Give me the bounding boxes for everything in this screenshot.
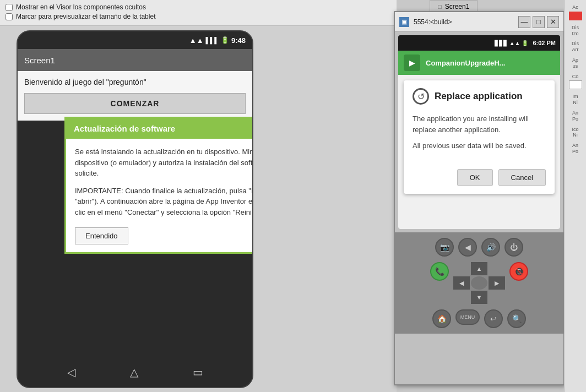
comenzar-button[interactable]: COMENZAR [24, 93, 246, 114]
checkbox-tablet-preview[interactable] [6, 13, 13, 20]
phone-screen-title: Screen1 [24, 56, 55, 65]
modal-body-text-2: IMPORTANTE: Cuando finalice la actualiza… [75, 186, 253, 218]
software-modal: Actualización de software Se está instal… [64, 117, 253, 254]
dpad-down[interactable]: ▼ [471, 291, 487, 304]
back-nav-button[interactable]: ◁ [67, 366, 75, 379]
dpad-right[interactable]: ▶ [489, 276, 505, 290]
call-button[interactable]: 📞 [430, 262, 449, 281]
replace-icon-glyph: ↺ [417, 91, 425, 102]
emu-app-icon: ▶ [404, 55, 420, 71]
prop-im-ni: ImNi [567, 94, 584, 106]
prop-accent-color: Ac [567, 4, 584, 20]
accent-color-swatch[interactable] [569, 12, 582, 20]
emulator-icon-glyph: ▣ [401, 18, 407, 25]
screen-tab-label: Screen1 [445, 3, 470, 10]
prop-ap-us: Apus [567, 57, 584, 69]
checkbox-label-2: Marcar para previsualizar el tamaño de l… [16, 13, 155, 20]
power-button[interactable]: ⏻ [504, 238, 523, 257]
emulator-app-icon: ▣ [399, 17, 409, 27]
checkbox-hidden-components[interactable] [6, 4, 13, 11]
replace-title: Replace application [435, 91, 523, 102]
prop-dis-arr: DisArr [567, 41, 584, 53]
co-color-swatch[interactable] [569, 80, 582, 89]
dpad-up[interactable]: ▲ [471, 262, 487, 275]
emu-app-icon-glyph: ▶ [409, 58, 415, 67]
window-controls: — □ ✕ [518, 16, 559, 28]
close-button[interactable]: ✕ [547, 16, 559, 28]
prop-label-dis-arr: DisArr [567, 41, 584, 53]
replace-dialog-header: ↺ Replace application [404, 80, 555, 110]
emu-app-title: CompanionUpgradeH... [426, 59, 505, 67]
prop-an-po-2: AnPo [567, 143, 584, 155]
modal-body: Se está instalando la actualización en t… [66, 139, 253, 252]
replace-body: The application you are installing will … [404, 110, 555, 165]
phone-mockup: ▲▲ ▌▌▌ 🔋 9:48 Screen1 Bienvenido al jueg… [17, 30, 253, 388]
replace-buttons: OK Cancel [404, 165, 555, 194]
wifi-icon: ▲▲ [189, 36, 204, 45]
emu-status-bar: ▊▊▊ ▲▲ 🔋 6:02 PM [398, 35, 560, 51]
recents-nav-button[interactable]: ▭ [193, 366, 203, 379]
emulator-window: ▣ 5554:<build> — □ ✕ ▊▊▊ ▲▲ 🔋 6:02 PM ▶ … [394, 11, 565, 385]
phone-content: Bienvenido al juego del "preguntón" COME… [18, 71, 252, 121]
right-properties-panel: Ac DisIzo DisArr Apus Co ImNi AnPo IcoNi… [564, 0, 586, 392]
volume-up-button[interactable]: 🔊 [481, 238, 500, 257]
prop-ico-ni: IcoNi [567, 127, 584, 139]
search-button[interactable]: 🔍 [507, 309, 526, 328]
emu-wifi-icon: ▲▲ [509, 40, 520, 46]
dpad-center[interactable] [471, 276, 487, 290]
screen-tab-icon: □ [438, 3, 442, 10]
emulator-titlebar: ▣ 5554:<build> — □ ✕ [395, 12, 563, 32]
prop-label-accent: Ac [567, 4, 584, 10]
volume-down-button[interactable]: ◀ [458, 238, 477, 257]
replace-icon: ↺ [413, 88, 429, 105]
phone-nav-bar: ◁ △ ▭ [18, 357, 252, 387]
menu-button[interactable]: MENU [455, 309, 480, 325]
dpad-left[interactable]: ◀ [453, 276, 470, 290]
modal-body-text-1: Se está instalando la actualización en t… [75, 146, 253, 179]
signal-icon: ▌▌▌ [206, 37, 219, 43]
phone-titlebar: Screen1 [18, 49, 252, 71]
emu-btn-row-1: 📷 ◀ 🔊 ⏻ [435, 238, 523, 257]
emu-app-header: ▶ CompanionUpgradeH... [398, 51, 560, 75]
welcome-text: Bienvenido al juego del "preguntón" [24, 78, 246, 86]
prop-label-ico-ni: IcoNi [567, 127, 584, 139]
prop-label-im-ni: ImNi [567, 94, 584, 106]
prop-label-an-po-1: AnPo [567, 110, 584, 122]
checkbox-label-1: Mostrar en el Visor los componentes ocul… [16, 3, 146, 11]
dpad: ▲ ◀ ▶ ▼ [453, 262, 505, 304]
replace-cancel-button[interactable]: Cancel [498, 169, 546, 186]
battery-icon: 🔋 [221, 36, 229, 44]
emu-battery-icon: 🔋 [522, 40, 528, 46]
checkbox-row-1: Mostrar en el Visor los componentes ocul… [6, 3, 391, 11]
emu-status-icons: ▊▊▊ ▲▲ 🔋 [495, 40, 529, 46]
replace-dialog: ↺ Replace application The application yo… [404, 80, 555, 194]
replace-ok-button[interactable]: OK [457, 169, 493, 186]
prop-label-co: Co [567, 74, 584, 80]
prop-dis-izo: DisIzo [567, 25, 584, 37]
emulator-phone: ▊▊▊ ▲▲ 🔋 6:02 PM ▶ CompanionUpgradeH... … [398, 35, 560, 229]
maximize-button[interactable]: □ [533, 16, 545, 28]
entendido-button[interactable]: Entendido [75, 227, 128, 244]
home-button[interactable]: 🏠 [432, 309, 451, 328]
emu-btn-row-2: 📞 ▲ ◀ ▶ ▼ 📵 [430, 262, 528, 304]
left-panel: Mostrar en el Visor los componentes ocul… [0, 0, 397, 392]
modal-header: Actualización de software [66, 118, 253, 139]
back-button[interactable]: ↩ [484, 309, 503, 328]
replace-body-text-2: All previous user data will be saved. [413, 140, 546, 151]
prop-label-an-po-2: AnPo [567, 143, 584, 155]
phone-status-bar: ▲▲ ▌▌▌ 🔋 9:48 [18, 31, 252, 49]
checkbox-row-2: Marcar para previsualizar el tamaño de l… [6, 13, 391, 20]
minimize-button[interactable]: — [518, 16, 530, 28]
phone-status-icons: ▲▲ ▌▌▌ 🔋 9:48 [189, 36, 246, 45]
prop-co: Co [567, 74, 584, 90]
checkboxes-area: Mostrar en el Visor los componentes ocul… [0, 0, 397, 26]
prop-label-ap-us: Apus [567, 57, 584, 69]
end-call-button[interactable]: 📵 [509, 262, 528, 281]
camera-button[interactable]: 📷 [435, 238, 454, 257]
emulator-title: 5554:<build> [414, 18, 514, 26]
emu-screen-content: ↺ Replace application The application yo… [398, 75, 560, 229]
emu-signal-icon: ▊▊▊ [495, 40, 508, 46]
emu-hardware-buttons: 📷 ◀ 🔊 ⏻ 📞 ▲ ◀ ▶ ▼ 📵 🏠 MENU ↩ 🔍 [395, 232, 563, 334]
replace-body-text-1: The application you are installing will … [413, 113, 546, 135]
home-nav-button[interactable]: △ [130, 366, 138, 379]
